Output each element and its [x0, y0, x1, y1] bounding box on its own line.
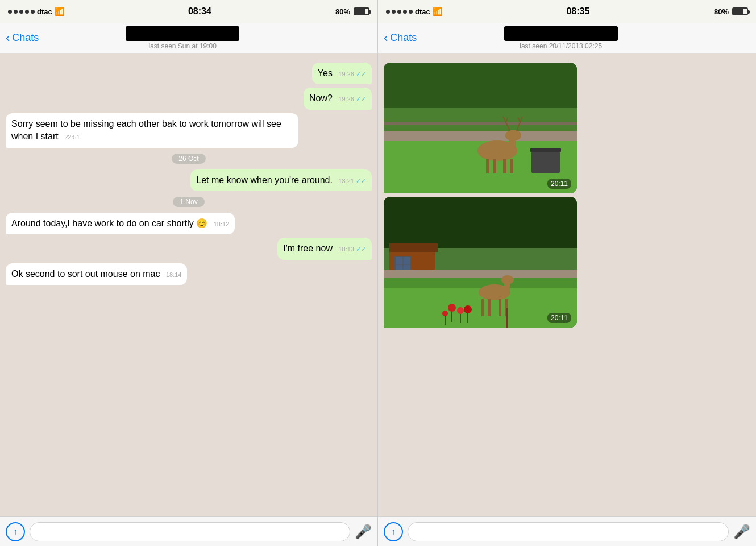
- svg-point-42: [464, 305, 472, 313]
- left-nav-bar: ‹ Chats last seen Sun at 19:00: [0, 23, 377, 53]
- left-battery-pct: 80%: [335, 7, 350, 16]
- meta-around: 18:12: [214, 221, 230, 228]
- svg-rect-30: [384, 270, 577, 278]
- dot5: [31, 10, 35, 14]
- image-bubble-1[interactable]: 20:11: [384, 63, 577, 193]
- left-time: 08:34: [188, 6, 211, 16]
- meta-yes: 19:26 ✓✓: [338, 71, 366, 77]
- left-message-input[interactable]: [30, 522, 350, 541]
- bubble-yes: Yes 19:26 ✓✓: [312, 63, 372, 84]
- left-nav-center: last seen Sun at 19:00: [39, 26, 326, 50]
- image-message-1: 20:11: [384, 63, 577, 193]
- left-chevron-icon: ‹: [6, 31, 10, 46]
- left-contact-name-redacted: [126, 26, 239, 41]
- right-input-bar: ↑ 🎤: [378, 516, 756, 546]
- right-carrier: dtac: [415, 7, 430, 16]
- right-signal-dots: [386, 10, 413, 14]
- tick-free: ✓✓: [356, 246, 366, 253]
- meta-free: 18:13 ✓✓: [338, 246, 366, 253]
- image-bubble-2[interactable]: 20:11: [384, 197, 577, 328]
- right-nav-center: last seen 20/11/2013 02:25: [417, 26, 705, 50]
- message-letmeknow: Let me know when you're around. 13:21 ✓✓: [190, 169, 372, 191]
- left-back-button[interactable]: ‹ Chats: [6, 31, 39, 46]
- left-mic-button[interactable]: 🎤: [355, 524, 372, 540]
- svg-rect-34: [481, 299, 484, 316]
- message-yes: Yes 19:26 ✓✓: [312, 63, 372, 84]
- svg-rect-20: [530, 148, 561, 152]
- message-around: Around today,I have work to do on car sh…: [6, 213, 235, 234]
- svg-rect-19: [531, 151, 560, 173]
- right-battery-pct: 80%: [714, 7, 729, 16]
- svg-rect-17: [503, 159, 506, 173]
- right-status-bar: dtac 📶 08:35 80%: [378, 0, 756, 23]
- svg-rect-4: [384, 131, 577, 141]
- bubble-oksecond: Ok second to sort out mouse on mac 18:14: [6, 263, 187, 285]
- right-battery-icon: [732, 7, 748, 15]
- dot1: [8, 10, 12, 14]
- right-wifi-icon: 📶: [433, 7, 442, 16]
- meta-letmeknow: 13:21 ✓✓: [338, 177, 366, 184]
- left-status-right: 80%: [335, 7, 369, 16]
- right-contact-name-redacted: [504, 26, 618, 41]
- right-nav-bar: ‹ Chats last seen 20/11/2013 02:25: [378, 23, 756, 53]
- right-chevron-icon: ‹: [384, 31, 388, 46]
- right-share-button[interactable]: ↑: [384, 522, 403, 541]
- deer-photo-1: 20:11: [384, 63, 577, 193]
- date-sep-1nov: 1 Nov: [173, 197, 204, 207]
- left-phone-panel: dtac 📶 08:34 80% ‹ Chats last seen Sun a…: [0, 0, 378, 546]
- r-dot3: [397, 10, 401, 14]
- left-input-bar: ↑ 🎤: [0, 516, 377, 546]
- right-back-label[interactable]: Chats: [390, 32, 417, 44]
- left-carrier: dtac: [37, 7, 52, 16]
- tick-now: ✓✓: [356, 96, 366, 102]
- right-back-button[interactable]: ‹ Chats: [384, 31, 417, 46]
- left-chat-area: Yes 19:26 ✓✓ Now? 19:26 ✓✓ Sorry seem to…: [0, 53, 377, 516]
- deer-photo-2: 20:11: [384, 197, 577, 328]
- bubble-sorry: Sorry seem to be missing each other bak …: [6, 113, 298, 148]
- right-last-seen: last seen 20/11/2013 02:25: [520, 42, 602, 50]
- svg-rect-22: [384, 197, 577, 248]
- meta-sorry: 22:51: [64, 134, 80, 140]
- r-dot5: [409, 10, 413, 14]
- right-status-right: 80%: [714, 7, 748, 16]
- svg-rect-24: [389, 243, 438, 252]
- svg-rect-38: [506, 308, 508, 328]
- image-message-2: 20:11: [384, 197, 577, 328]
- meta-oksecond: 18:14: [166, 271, 182, 278]
- left-battery-icon: [354, 7, 369, 15]
- svg-point-33: [501, 275, 514, 284]
- svg-rect-16: [493, 159, 496, 173]
- left-battery-fill: [355, 9, 365, 14]
- svg-point-41: [442, 311, 448, 316]
- left-last-seen: last seen Sun at 19:00: [148, 42, 216, 50]
- meta-now: 19:26 ✓✓: [338, 96, 366, 102]
- date-sep-26oct: 26 Oct: [172, 154, 205, 164]
- dot4: [25, 10, 29, 14]
- svg-point-39: [448, 304, 456, 312]
- r-dot1: [386, 10, 390, 14]
- svg-point-8: [505, 130, 521, 141]
- bubble-letmeknow: Let me know when you're around. 13:21 ✓✓: [190, 169, 372, 191]
- svg-rect-36: [499, 299, 501, 316]
- right-status-left: dtac 📶: [386, 7, 442, 16]
- img2-time: 20:11: [547, 313, 571, 323]
- message-sorry: Sorry seem to be missing each other bak …: [6, 113, 298, 148]
- right-mic-button[interactable]: 🎤: [733, 524, 750, 540]
- left-status-bar: dtac 📶 08:34 80%: [0, 0, 377, 23]
- svg-rect-18: [510, 159, 513, 173]
- bubble-around: Around today,I have work to do on car sh…: [6, 213, 235, 234]
- svg-rect-5: [384, 122, 577, 125]
- message-oksecond: Ok second to sort out mouse on mac 18:14: [6, 263, 187, 285]
- left-share-button[interactable]: ↑: [6, 522, 25, 541]
- message-now: Now? 19:26 ✓✓: [304, 88, 372, 109]
- svg-rect-15: [486, 159, 489, 173]
- message-free: I'm free now 18:13 ✓✓: [277, 238, 372, 259]
- right-message-input[interactable]: [408, 522, 729, 541]
- left-back-label[interactable]: Chats: [12, 32, 39, 44]
- svg-rect-35: [488, 299, 491, 316]
- wifi-icon: 📶: [55, 7, 64, 16]
- dot3: [19, 10, 23, 14]
- right-battery-fill: [733, 9, 743, 14]
- left-status-left: dtac 📶: [8, 7, 64, 16]
- right-time: 08:35: [566, 6, 589, 16]
